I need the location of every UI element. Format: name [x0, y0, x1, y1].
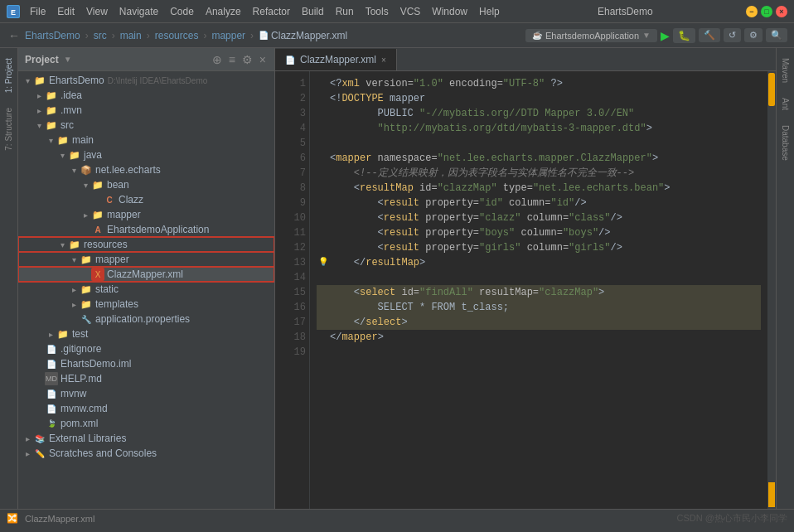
status-bar: 🔀 ClazzMapper.xml CSDN @热心市民小李同学 — [0, 509, 794, 527]
tree-iml[interactable]: ▸ 📄 EhartsDemo.iml — [18, 356, 274, 371]
gutter-bulb-icon[interactable]: 💡 — [318, 255, 328, 270]
settings-button[interactable]: ⚙ — [744, 28, 763, 42]
menu-build[interactable]: Build — [297, 4, 329, 19]
menu-navigate[interactable]: Navigate — [114, 4, 163, 19]
code-line-8: <resultMap id="clazzMap" type="net.lee.e… — [317, 181, 761, 196]
debug-button[interactable]: 🐛 — [673, 28, 695, 43]
project-toolbar-add[interactable]: ⊕ — [211, 51, 224, 68]
menu-code[interactable]: Code — [165, 4, 199, 19]
sidebar-tab-project[interactable]: 1: Project — [2, 51, 15, 99]
code-line-17: </select> — [317, 315, 761, 330]
tree-java[interactable]: ▾ 📁 java — [18, 148, 274, 162]
templates-label: templates — [95, 298, 138, 310]
menu-tools[interactable]: Tools — [361, 4, 394, 19]
iml-label: EhartsDemo.iml — [61, 358, 131, 370]
project-toolbar-close[interactable]: × — [258, 51, 268, 68]
svg-text:E: E — [11, 8, 16, 17]
helpmd-label: HELP.md — [61, 373, 102, 384]
tree-app-class[interactable]: ▸ A EhartsdemoApplication — [18, 222, 274, 237]
breadcrumb-resources[interactable]: resources — [155, 30, 199, 41]
tree-app-properties[interactable]: ▸ 🔧 application.properties — [18, 312, 274, 326]
menu-refactor[interactable]: Refactor — [248, 4, 295, 19]
tree-root[interactable]: ▾ 📁 EhartsDemo D:\Intelij IDEA\EhartsDem… — [18, 73, 274, 88]
editor-tab-clazzmapper[interactable]: 📄 ClazzMapper.xml × — [275, 49, 397, 70]
menu-view[interactable]: View — [81, 4, 113, 19]
line-numbers: 12345 678910 1112131415 16171819 — [275, 71, 310, 509]
title-bar: E File Edit View Navigate Code Analyze R… — [0, 0, 794, 23]
mvnw-icon: 📄 — [45, 387, 58, 400]
tree-clazz[interactable]: ▸ C Clazz — [18, 192, 274, 207]
menu-vcs[interactable]: VCS — [395, 4, 426, 19]
editor-tabs: 📄 ClazzMapper.xml × — [275, 48, 776, 71]
run-config-label: EhartsdemoApplication — [545, 31, 639, 41]
java-arrow: ▾ — [56, 151, 68, 160]
package-icon: 📦 — [80, 163, 93, 177]
right-tab-database[interactable]: Database — [779, 118, 792, 167]
res-mapper-arrow: ▾ — [68, 255, 80, 264]
menu-edit[interactable]: Edit — [52, 4, 80, 19]
project-toolbar-collapse[interactable]: ≡ — [227, 51, 237, 68]
scratches-label: Scratches and Consoles — [49, 447, 157, 459]
tree-mvn[interactable]: ▸ 📁 .mvn — [18, 103, 274, 118]
editor-scrollbar[interactable] — [767, 71, 776, 509]
menu-window[interactable]: Window — [427, 4, 472, 19]
tree-clazzmapper-xml[interactable]: ▸ X ClazzMapper.xml — [18, 267, 274, 282]
tree-mvnwcmd[interactable]: ▸ 📄 mvnw.cmd — [18, 401, 274, 416]
gitignore-label: .gitignore — [61, 343, 101, 355]
tree-gitignore[interactable]: ▸ 📄 .gitignore — [18, 341, 274, 356]
maximize-button[interactable]: □ — [761, 6, 772, 17]
tree-bean[interactable]: ▾ 📁 bean — [18, 177, 274, 192]
tree-test[interactable]: ▸ 📁 test — [18, 326, 274, 341]
bean-arrow: ▾ — [80, 181, 91, 190]
breadcrumb-mapper[interactable]: mapper — [211, 30, 245, 41]
resources-arrow: ▾ — [56, 240, 68, 249]
root-label: EhartsDemo — [49, 75, 104, 86]
iml-icon: 📄 — [45, 357, 58, 370]
bean-label: bean — [107, 179, 129, 191]
tree-java-mapper[interactable]: ▸ 📁 mapper — [18, 207, 274, 222]
breadcrumb-project[interactable]: EhartsDemo — [25, 30, 80, 41]
scrollbar-thumb[interactable] — [768, 73, 775, 106]
code-content[interactable]: <?xml version="1.0" encoding="UTF-8" ?> … — [310, 71, 767, 509]
tree-idea[interactable]: ▸ 📁 .idea — [18, 88, 274, 103]
back-button[interactable]: ← — [7, 27, 22, 44]
right-tab-maven[interactable]: Maven — [779, 51, 792, 89]
main-content: 1: Project 7: Structure Project ▼ ⊕ ≡ ⚙ … — [0, 48, 794, 509]
code-line-6: <mapper namespace="net.lee.echarts.mappe… — [317, 151, 761, 166]
bean-folder-icon: 📁 — [91, 178, 104, 191]
tree-scratches[interactable]: ▸ ✏️ Scratches and Consoles — [18, 446, 274, 461]
status-text: ClazzMapper.xml — [25, 514, 94, 524]
build-button[interactable]: 🔨 — [699, 28, 720, 42]
tree-static[interactable]: ▸ 📁 static — [18, 282, 274, 297]
code-line-5 — [317, 136, 761, 151]
right-tab-ant[interactable]: Ant — [779, 91, 792, 117]
tree-helpmd[interactable]: ▸ MD HELP.md — [18, 371, 274, 386]
run-button[interactable]: ▶ — [661, 29, 670, 42]
tree-res-mapper[interactable]: ▾ 📁 mapper — [18, 252, 274, 267]
breadcrumb-src[interactable]: src — [94, 30, 107, 41]
root-folder-icon: 📁 — [33, 74, 46, 87]
editor-area: 📄 ClazzMapper.xml × 12345 678910 1112131… — [275, 48, 776, 509]
static-label: static — [95, 283, 119, 295]
tree-main[interactable]: ▾ 📁 main — [18, 133, 274, 148]
tree-ext-libs[interactable]: ▸ 📚 External Libraries — [18, 431, 274, 446]
project-toolbar-settings[interactable]: ⚙ — [240, 51, 254, 68]
search-button[interactable]: 🔍 — [766, 28, 787, 42]
breadcrumb-main[interactable]: main — [120, 30, 142, 41]
menu-help[interactable]: Help — [474, 4, 505, 19]
tree-pomxml[interactable]: ▸ 🍃 pom.xml — [18, 416, 274, 431]
tree-package[interactable]: ▾ 📦 net.lee.echarts — [18, 162, 274, 177]
reload-button[interactable]: ↺ — [724, 28, 741, 42]
tree-mvnw[interactable]: ▸ 📄 mvnw — [18, 386, 274, 401]
tree-templates[interactable]: ▸ 📁 templates — [18, 297, 274, 312]
menu-file[interactable]: File — [25, 4, 51, 19]
menu-run[interactable]: Run — [331, 4, 359, 19]
menu-analyze[interactable]: Analyze — [201, 4, 246, 19]
tree-resources[interactable]: ▾ 📁 resources — [18, 237, 274, 252]
close-button[interactable]: × — [776, 6, 787, 17]
tree-src[interactable]: ▾ 📁 src — [18, 118, 274, 133]
tab-close-btn[interactable]: × — [381, 56, 386, 65]
run-config-selector[interactable]: ☕ EhartsdemoApplication ▼ — [525, 29, 657, 42]
sidebar-tab-structure[interactable]: 7: Structure — [2, 101, 15, 157]
minimize-button[interactable]: − — [746, 6, 758, 17]
